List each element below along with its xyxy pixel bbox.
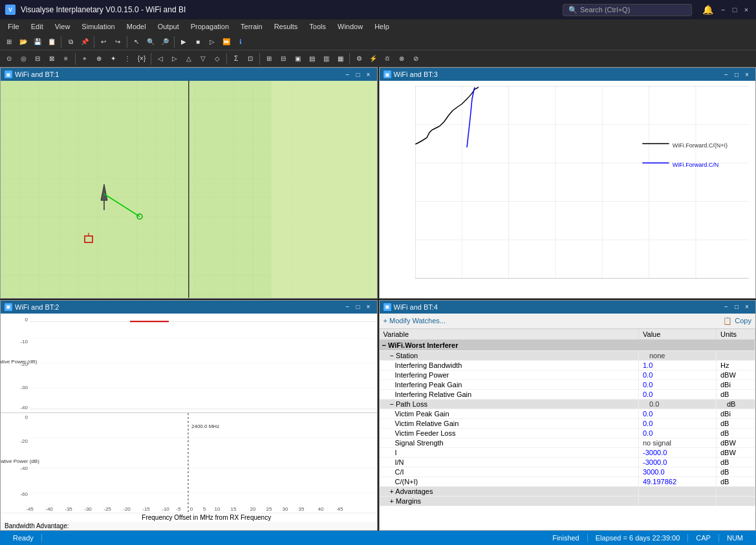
panel-3-minimize[interactable]: − [722, 70, 731, 79]
tb-redo[interactable]: ↪ [111, 36, 124, 48]
tb2-5[interactable]: ≡ [59, 52, 72, 65]
tb2-22[interactable]: ▥ [319, 52, 332, 65]
panel-1-controls[interactable]: − □ × [343, 70, 373, 79]
panel-4-header: ▣ WiFi and BT:4 − □ × [380, 301, 756, 314]
tb-saveas[interactable]: 📋 [45, 36, 58, 48]
tb2-16[interactable]: Σ [230, 52, 243, 65]
menu-edit[interactable]: Edit [26, 21, 49, 32]
menu-terrain[interactable]: Terrain [235, 21, 268, 32]
tb2-2[interactable]: ◎ [17, 52, 30, 65]
minimize-btn[interactable]: − [718, 5, 728, 14]
table-row[interactable]: − WiFi.Worst Interferer [380, 339, 755, 350]
panel-4-maximize[interactable]: □ [732, 303, 741, 312]
tb-undo[interactable]: ↩ [97, 36, 110, 48]
app-icon: V [5, 5, 16, 15]
menu-output[interactable]: Output [153, 21, 184, 32]
menu-tools[interactable]: Tools [304, 21, 331, 32]
panel-1-close[interactable]: × [364, 70, 373, 79]
menu-help[interactable]: Help [369, 21, 394, 32]
panel-4-controls[interactable]: − □ × [722, 303, 751, 312]
table-row[interactable]: + Margins [380, 496, 755, 506]
svg-text:-25: -25 [103, 506, 111, 512]
tb2-28[interactable]: ⊘ [409, 52, 422, 65]
tb2-6[interactable]: ⌖ [78, 52, 91, 65]
tb2-3[interactable]: ⊟ [31, 52, 44, 65]
tb2-10[interactable]: {×} [135, 52, 148, 65]
panel-1-header: ▣ WiFi and BT:1 − □ × [1, 68, 377, 81]
tb2-23[interactable]: ▦ [334, 52, 347, 65]
tb2-4[interactable]: ⊠ [45, 52, 58, 65]
svg-text:-10: -10 [20, 339, 28, 345]
tb2-15[interactable]: ◇ [211, 52, 224, 65]
tb-stop[interactable]: ■ [191, 36, 204, 48]
panel-4-close[interactable]: × [742, 303, 751, 312]
tb-pointer[interactable]: ↖ [130, 36, 143, 48]
table-row[interactable]: − Path Loss 0.0 dB [380, 399, 755, 409]
svg-text:-60: -60 [20, 491, 28, 497]
menu-view[interactable]: View [50, 21, 76, 32]
modify-watches-btn[interactable]: + Modify Watches... [383, 317, 446, 325]
notification-icon[interactable]: 🔔 [702, 5, 713, 15]
bandwidth-advantage-bar: Bandwidth Advantage: [1, 522, 377, 530]
menu-window[interactable]: Window [332, 21, 368, 32]
panel-3-maximize[interactable]: □ [732, 70, 741, 79]
tb-copy[interactable]: ⧉ [64, 36, 77, 48]
data-table-wrapper[interactable]: Variable Value Units − WiFi.Worst Interf… [380, 329, 756, 531]
close-btn[interactable]: × [742, 5, 751, 14]
panel-2-maximize[interactable]: □ [354, 303, 363, 312]
tb-zoom-in[interactable]: 🔍 [144, 36, 157, 48]
tb2-9[interactable]: ⋮ [121, 52, 134, 65]
maximize-btn[interactable]: □ [730, 5, 739, 14]
tb-zoom-out[interactable]: 🔎 [158, 36, 171, 48]
panel-3-controls[interactable]: − □ × [722, 70, 751, 79]
tb2-27[interactable]: ⊗ [395, 52, 408, 65]
tb2-1[interactable]: ⊙ [3, 52, 16, 65]
tb-play[interactable]: ▶ [177, 36, 190, 48]
tb-new[interactable]: ⊞ [3, 36, 16, 48]
col-units: Units [717, 329, 755, 340]
map-view[interactable] [1, 81, 377, 298]
tb-open[interactable]: 📂 [17, 36, 30, 48]
menu-model[interactable]: Model [122, 21, 151, 32]
svg-text:Rx: WiFi
Relative Power (dB): Rx: WiFi Relative Power (dB) [0, 458, 39, 464]
svg-text:-15: -15 [142, 506, 150, 512]
tb2-11[interactable]: ◁ [154, 52, 167, 65]
menu-simulation[interactable]: Simulation [76, 21, 120, 32]
tb-step[interactable]: ▷ [206, 36, 219, 48]
tb2-17[interactable]: ⊡ [244, 52, 257, 65]
panel-3-close[interactable]: × [742, 70, 751, 79]
menu-file[interactable]: File [3, 21, 25, 32]
copy-btn[interactable]: Copy [735, 317, 751, 325]
tb2-26[interactable]: ⛭ [381, 52, 394, 65]
tb2-20[interactable]: ▣ [291, 52, 304, 65]
tb2-12[interactable]: ▷ [168, 52, 181, 65]
tb2-21[interactable]: ▤ [305, 52, 318, 65]
panel-4-minimize[interactable]: − [722, 303, 731, 312]
table-row[interactable]: − Station none [380, 350, 755, 360]
window-controls[interactable]: − □ × [718, 5, 751, 14]
panel-2-close[interactable]: × [364, 303, 373, 312]
panel-1-maximize[interactable]: □ [354, 70, 363, 79]
tb2-8[interactable]: ✦ [107, 52, 120, 65]
data-panel-toolbar: + Modify Watches... 📋 Copy [380, 314, 756, 329]
tb-save[interactable]: 💾 [31, 36, 44, 48]
tb2-25[interactable]: ⚡ [367, 52, 380, 65]
table-row[interactable]: + Advantages [380, 486, 755, 496]
tb2-7[interactable]: ⊕ [92, 52, 105, 65]
menu-results[interactable]: Results [269, 21, 303, 32]
panel-1-minimize[interactable]: − [343, 70, 352, 79]
menu-propagation[interactable]: Propagation [186, 21, 234, 32]
tb-fast[interactable]: ⏩ [220, 36, 233, 48]
tb-paste[interactable]: 📌 [78, 36, 91, 48]
tb2-24[interactable]: ⚙ [352, 52, 365, 65]
tb-info[interactable]: ℹ [234, 36, 247, 48]
panel-2-minimize[interactable]: − [343, 303, 352, 312]
tb2-14[interactable]: ▽ [197, 52, 210, 65]
tb2-18[interactable]: ⊞ [263, 52, 275, 65]
search-box[interactable]: 🔍 Search (Ctrl+Q) [563, 4, 692, 16]
tb2-19[interactable]: ⊟ [277, 52, 290, 65]
panel-2-controls[interactable]: − □ × [343, 303, 373, 312]
panel-3-title: WiFi and BT:3 [394, 70, 720, 78]
tb2-13[interactable]: △ [182, 52, 195, 65]
bt-chart-svg: Tx: BT Relative Power (dB) 0 -10 -20 -30… [1, 314, 377, 413]
